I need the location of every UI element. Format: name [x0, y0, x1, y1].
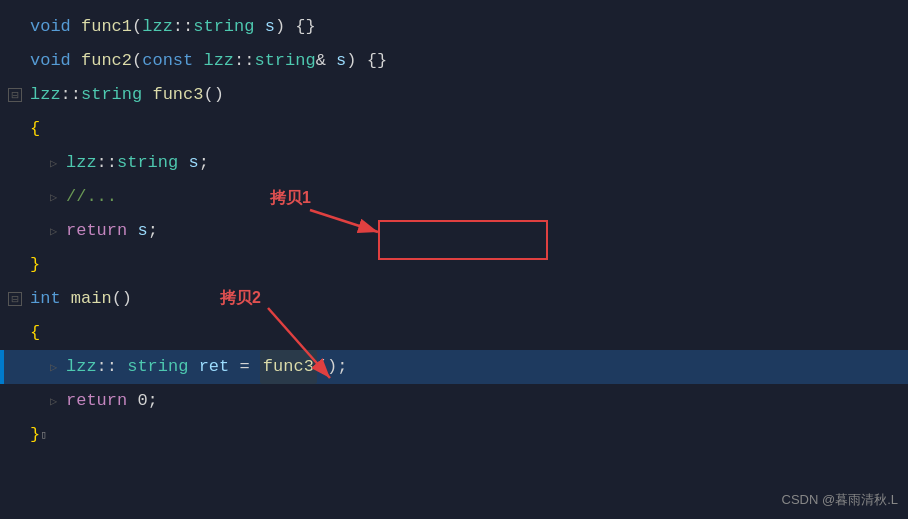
code-line-1: void func1(lzz::string s) {} [0, 10, 908, 44]
arrow-guide-11: ▷ [50, 360, 62, 375]
arrow-guide-7: ▷ [50, 224, 62, 239]
gutter-9: ⊟ [0, 292, 30, 306]
code-line-8: } [0, 248, 908, 282]
line-content-1: void func1(lzz::string s) {} [30, 10, 316, 44]
line-content-11: lzz:: string ret = func3(); [66, 350, 347, 384]
code-line-5: ▷ lzz::string s; [0, 146, 908, 180]
code-line-13: }▯ [0, 418, 908, 452]
line-content-8: } [30, 248, 40, 282]
code-editor: void func1(lzz::string s) {} void func2(… [0, 0, 908, 519]
arrow-guide-5: ▷ [50, 156, 62, 171]
code-line-11: ▷ lzz:: string ret = func3(); [0, 350, 908, 384]
code-line-9: ⊟ int main() [0, 282, 908, 316]
code-line-4: { [0, 112, 908, 146]
line-content-6: //... [66, 180, 117, 214]
line-content-10: { [30, 316, 40, 350]
line-content-5: lzz::string s; [66, 146, 209, 180]
blue-bar [0, 350, 4, 384]
fold-icon-3[interactable]: ⊟ [8, 88, 22, 102]
code-line-10: { [0, 316, 908, 350]
fold-icon-9[interactable]: ⊟ [8, 292, 22, 306]
line-content-12: return 0; [66, 384, 158, 418]
arrow-guide-6: ▷ [50, 190, 62, 205]
code-line-6: ▷ //... [0, 180, 908, 214]
code-line-3: ⊟ lzz::string func3() [0, 78, 908, 112]
gutter-3: ⊟ [0, 88, 30, 102]
arrow-guide-12: ▷ [50, 394, 62, 409]
code-line-7: ▷ return s; [0, 214, 908, 248]
code-line-12: ▷ return 0; [0, 384, 908, 418]
line-content-2: void func2(const lzz::string& s) {} [30, 44, 387, 78]
keyword-void: void [30, 10, 71, 44]
line-content-3: lzz::string func3() [30, 78, 224, 112]
line-content-4: { [30, 112, 40, 146]
code-line-2: void func2(const lzz::string& s) {} [0, 44, 908, 78]
line-content-13: }▯ [30, 418, 47, 452]
func-name: func1 [81, 10, 132, 44]
csdn-watermark: CSDN @暮雨清秋.L [782, 491, 899, 509]
line-content-7: return s; [66, 214, 158, 248]
line-content-9: int main() [30, 282, 132, 316]
